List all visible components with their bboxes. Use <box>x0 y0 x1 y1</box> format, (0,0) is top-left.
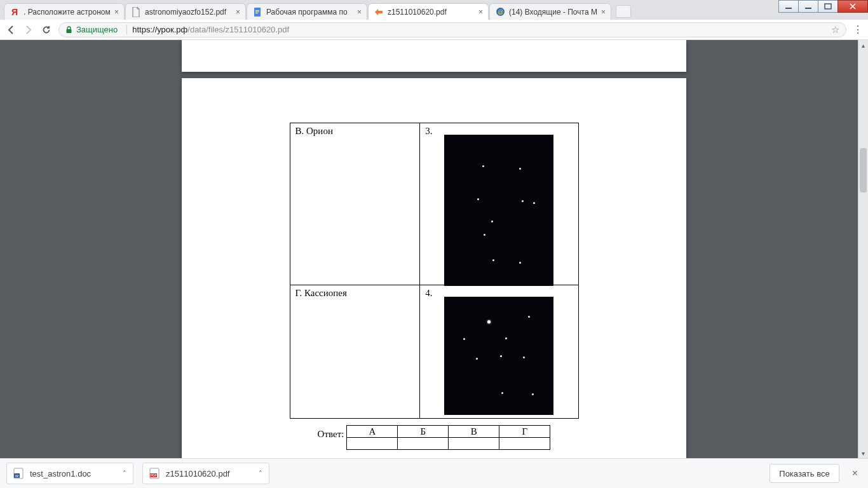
download-item[interactable]: W test_astron1.doc ˄ <box>6 463 133 484</box>
answer-label: Ответ: <box>318 425 344 440</box>
gdoc-icon <box>252 7 262 17</box>
svg-text:PDF: PDF <box>151 473 157 477</box>
secure-label: Защищено <box>76 25 118 34</box>
table-cell-right: 3. <box>420 123 578 285</box>
window-controls <box>779 0 868 13</box>
downloads-bar: W test_astron1.doc ˄ PDF z1511010620.pdf… <box>0 458 868 488</box>
answer-header: А <box>347 426 398 438</box>
row-num: 3. <box>425 126 432 136</box>
secure-indicator: Защищено <box>65 25 118 34</box>
answer-cell <box>499 438 550 450</box>
row-letter: В <box>295 126 302 136</box>
window-close-button[interactable] <box>837 0 868 13</box>
pdf-viewer: В. Орион 3. <box>0 40 868 458</box>
download-filename: test_astron1.doc <box>30 469 91 478</box>
close-icon[interactable]: × <box>357 8 362 17</box>
pdf-file-icon: PDF <box>149 468 159 479</box>
separator <box>126 25 127 35</box>
answer-row: Ответ: А Б В Г <box>229 425 639 450</box>
pdf-page-prev <box>182 40 686 72</box>
tab-4[interactable]: @ (14) Входящие - Почта М × <box>489 3 611 20</box>
menu-button[interactable]: ⋮ <box>853 24 863 36</box>
window-min2-button[interactable] <box>778 0 799 13</box>
show-all-downloads-button[interactable]: Показать все <box>770 464 839 483</box>
scrollbar[interactable]: ▴ ▾ <box>858 40 868 458</box>
svg-rect-1 <box>805 8 811 9</box>
answer-header: Б <box>398 426 449 438</box>
svg-text:W: W <box>15 474 19 478</box>
url-host: https://урок.рф <box>132 25 187 34</box>
back-button[interactable] <box>5 24 17 36</box>
scroll-up-icon[interactable]: ▴ <box>858 40 868 50</box>
mail-icon: @ <box>495 7 505 17</box>
close-icon[interactable]: × <box>848 468 862 479</box>
reload-button[interactable] <box>41 24 52 36</box>
url-path: /data/files/z1511010620.pdf <box>187 25 289 34</box>
tab-1[interactable]: astronomiyaozfo152.pdf × <box>125 3 246 20</box>
site-icon <box>374 7 384 17</box>
answer-table: А Б В Г <box>346 425 550 450</box>
tab-2[interactable]: Рабочая программа по × <box>247 3 367 20</box>
forward-button[interactable] <box>23 24 34 36</box>
svg-rect-0 <box>785 8 792 9</box>
tab-strip: Я . Расположите астроном × astronomiyaoz… <box>0 0 868 20</box>
svg-rect-9 <box>67 29 72 33</box>
bookmark-star-icon[interactable]: ☆ <box>831 24 839 36</box>
tab-label: Рабочая программа по <box>266 8 353 17</box>
answer-header: В <box>449 426 499 438</box>
lock-icon <box>65 26 72 34</box>
pdf-page: В. Орион 3. <box>182 78 686 458</box>
scroll-thumb[interactable] <box>860 148 867 193</box>
close-icon[interactable]: × <box>114 8 119 17</box>
new-tab-button[interactable] <box>616 5 631 18</box>
window-maximize-button[interactable] <box>818 0 838 13</box>
yandex-icon: Я <box>10 7 20 17</box>
svg-rect-6 <box>255 13 258 13</box>
row-name: Кассиопея <box>304 288 347 298</box>
svg-rect-5 <box>255 11 259 12</box>
address-bar[interactable]: Защищено https://урок.рф/data/files/z151… <box>58 22 846 37</box>
file-icon <box>131 7 141 17</box>
scroll-down-icon[interactable]: ▾ <box>858 448 868 458</box>
svg-text:@: @ <box>497 9 503 15</box>
tab-3[interactable]: z1511010620.pdf × <box>368 3 489 20</box>
constellation-image <box>444 297 553 415</box>
match-table: В. Орион 3. <box>290 123 579 419</box>
table-cell-left: Г. Кассиопея <box>290 285 420 419</box>
svg-rect-4 <box>255 10 259 11</box>
close-icon[interactable]: × <box>478 8 483 17</box>
answer-cell <box>347 438 398 450</box>
chevron-up-icon[interactable]: ˄ <box>123 470 126 478</box>
table-cell-right: 4. <box>420 285 578 419</box>
constellation-image <box>444 135 553 286</box>
tab-label: z1511010620.pdf <box>388 8 475 17</box>
close-icon[interactable]: × <box>236 8 240 17</box>
download-filename: z1511010620.pdf <box>166 469 229 478</box>
word-file-icon: W <box>13 468 24 479</box>
table-cell-left: В. Орион <box>290 123 420 285</box>
tab-label: astronomiyaozfo152.pdf <box>145 8 232 17</box>
tab-label: (14) Входящие - Почта М <box>509 8 597 17</box>
download-item[interactable]: PDF z1511010620.pdf ˄ <box>142 463 269 484</box>
answer-cell <box>398 438 449 450</box>
tab-0[interactable]: Я . Расположите астроном × <box>4 3 125 20</box>
row-letter: Г <box>295 288 300 298</box>
row-name: Орион <box>306 126 333 136</box>
row-num: 4. <box>425 288 432 298</box>
close-icon[interactable]: × <box>601 8 606 17</box>
svg-rect-2 <box>825 4 831 9</box>
browser-toolbar: Защищено https://урок.рф/data/files/z151… <box>0 20 868 40</box>
answer-header: Г <box>499 426 550 438</box>
window-minimize-button[interactable] <box>798 0 818 13</box>
answer-cell <box>449 438 499 450</box>
tab-label: . Расположите астроном <box>24 8 111 17</box>
chevron-up-icon[interactable]: ˄ <box>259 470 262 478</box>
